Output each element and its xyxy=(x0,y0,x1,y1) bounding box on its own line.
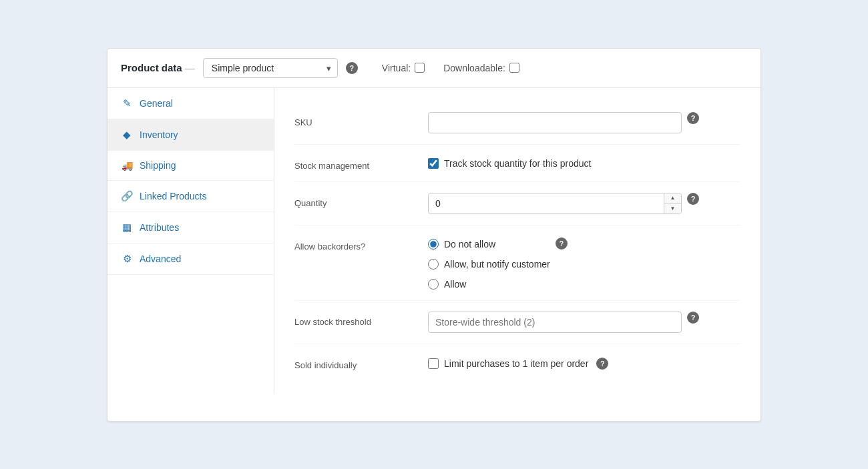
quantity-input-wrapper: ▲ ▼ xyxy=(428,193,682,214)
pencil-icon: ✎ xyxy=(121,97,133,109)
panel-title: Product data — xyxy=(121,62,195,73)
virtual-checkbox-label[interactable]: Virtual: xyxy=(382,63,425,73)
panel-header: Product data — Simple product Grouped pr… xyxy=(107,49,761,88)
quantity-label: Quantity xyxy=(294,193,415,208)
quantity-help-icon[interactable]: ? xyxy=(687,193,699,205)
sku-row: SKU ? xyxy=(294,101,740,145)
backorders-row: Allow backorders? Do not allow Allow, bu… xyxy=(294,225,740,301)
inventory-icon: ◆ xyxy=(121,129,133,141)
low-stock-row: Low stock threshold ? xyxy=(294,301,740,344)
stock-management-checkbox-label[interactable]: Track stock quantity for this product xyxy=(444,158,591,169)
backorders-option-do-not-allow[interactable]: Do not allow xyxy=(428,239,550,250)
product-type-help-icon[interactable]: ? xyxy=(346,62,358,74)
backorders-option-notify[interactable]: Allow, but notify customer xyxy=(428,259,550,270)
panel-body: ✎ General ◆ Inventory 🚚 Shipping 🔗 Linke… xyxy=(107,88,761,394)
backorders-help-icon[interactable]: ? xyxy=(556,238,568,250)
downloadable-checkbox[interactable] xyxy=(509,63,519,73)
attributes-icon: ▦ xyxy=(121,221,133,233)
sku-input[interactable] xyxy=(428,112,682,133)
sold-individually-control: Limit purchases to 1 item per order ? xyxy=(428,355,740,370)
quantity-control: ▲ ▼ ? xyxy=(428,193,740,214)
sidebar-item-attributes[interactable]: ▦ Attributes xyxy=(107,212,274,244)
sidebar-item-general[interactable]: ✎ General xyxy=(107,88,274,119)
low-stock-control: ? xyxy=(428,312,740,333)
product-type-select[interactable]: Simple product Grouped product External/… xyxy=(203,58,338,78)
quantity-input[interactable] xyxy=(428,193,682,214)
sidebar-item-advanced[interactable]: ⚙ Advanced xyxy=(107,244,274,275)
backorders-radio-do-not-allow[interactable] xyxy=(428,239,439,250)
stock-management-label: Stock management xyxy=(294,155,415,171)
backorders-option-allow[interactable]: Allow xyxy=(428,279,550,290)
sold-individually-help-icon[interactable]: ? xyxy=(596,358,608,370)
sidebar: ✎ General ◆ Inventory 🚚 Shipping 🔗 Linke… xyxy=(107,88,274,394)
sidebar-label-advanced: Advanced xyxy=(140,254,181,264)
main-content: SKU ? Stock management Track stock quant… xyxy=(274,88,761,394)
quantity-decrement[interactable]: ▼ xyxy=(664,203,681,213)
virtual-label: Virtual: xyxy=(382,63,411,73)
product-type-wrapper[interactable]: Simple product Grouped product External/… xyxy=(203,58,338,78)
downloadable-label: Downloadable: xyxy=(443,63,505,73)
downloadable-checkbox-label[interactable]: Downloadable: xyxy=(443,63,519,73)
sidebar-label-attributes: Attributes xyxy=(140,222,179,233)
sku-label: SKU xyxy=(294,112,415,127)
link-icon: 🔗 xyxy=(121,190,133,202)
quantity-increment[interactable]: ▲ xyxy=(664,193,681,204)
stock-management-checkbox[interactable] xyxy=(428,158,439,169)
backorders-control: Do not allow Allow, but notify customer … xyxy=(428,236,740,290)
backorders-radio-group: Do not allow Allow, but notify customer … xyxy=(428,236,550,290)
quantity-row: Quantity ▲ ▼ ? xyxy=(294,182,740,225)
sidebar-label-general: General xyxy=(140,98,173,109)
sidebar-label-linked-products: Linked Products xyxy=(140,191,206,201)
backorders-option-do-not-allow-label: Do not allow xyxy=(444,239,495,250)
sidebar-item-shipping[interactable]: 🚚 Shipping xyxy=(107,151,274,181)
sold-individually-label: Sold individually xyxy=(294,355,415,370)
sku-control: ? xyxy=(428,112,740,133)
backorders-option-allow-label: Allow xyxy=(444,279,466,290)
backorders-option-notify-label: Allow, but notify customer xyxy=(444,259,550,270)
backorders-radio-notify[interactable] xyxy=(428,259,439,270)
sold-individually-checkbox-label[interactable]: Limit purchases to 1 item per order xyxy=(444,358,588,369)
quantity-spinners: ▲ ▼ xyxy=(664,193,681,213)
low-stock-input[interactable] xyxy=(428,312,682,333)
product-data-panel: Product data — Simple product Grouped pr… xyxy=(107,48,761,422)
sold-individually-wrapper: Limit purchases to 1 item per order ? xyxy=(428,355,608,370)
sidebar-item-linked-products[interactable]: 🔗 Linked Products xyxy=(107,181,274,212)
stock-management-row: Stock management Track stock quantity fo… xyxy=(294,145,740,182)
backorders-label: Allow backorders? xyxy=(294,236,415,252)
gear-icon: ⚙ xyxy=(121,253,133,265)
sidebar-item-inventory[interactable]: ◆ Inventory xyxy=(107,119,274,151)
sidebar-label-inventory: Inventory xyxy=(140,129,178,140)
low-stock-label: Low stock threshold xyxy=(294,312,415,327)
low-stock-help-icon[interactable]: ? xyxy=(687,312,699,324)
sold-individually-row: Sold individually Limit purchases to 1 i… xyxy=(294,344,740,381)
truck-icon: 🚚 xyxy=(121,160,133,171)
sku-help-icon[interactable]: ? xyxy=(687,112,699,124)
stock-management-control: Track stock quantity for this product xyxy=(428,155,740,169)
stock-management-checkbox-wrapper: Track stock quantity for this product xyxy=(428,155,591,169)
backorders-radio-allow[interactable] xyxy=(428,279,439,290)
virtual-checkbox[interactable] xyxy=(415,63,425,73)
sidebar-label-shipping: Shipping xyxy=(140,160,176,171)
sold-individually-checkbox[interactable] xyxy=(428,358,439,369)
